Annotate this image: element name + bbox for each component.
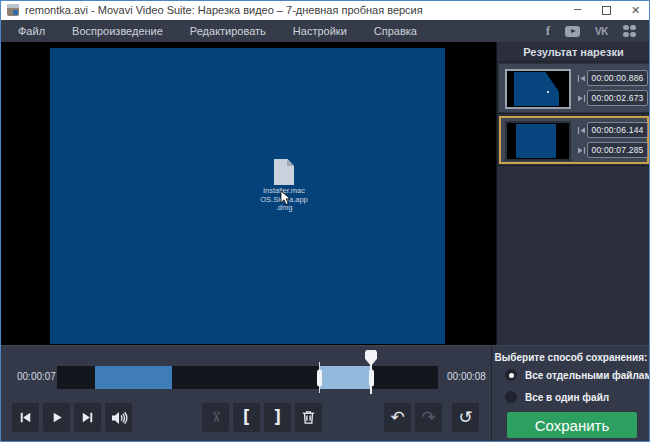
- mouse-cursor-icon: [280, 190, 292, 206]
- reset-button[interactable]: ↺: [452, 403, 479, 432]
- menu-settings[interactable]: Настройки: [293, 25, 347, 37]
- bracket-left-icon: [: [243, 409, 250, 426]
- previous-frame-button[interactable]: [12, 403, 39, 432]
- window-controls: – ✕: [563, 0, 650, 20]
- save-button[interactable]: Сохранить: [507, 412, 637, 438]
- vk-icon[interactable]: VK: [595, 26, 608, 37]
- clip-start-time: 00:00:06.144: [587, 122, 648, 138]
- clip-item-1[interactable]: 00:00:00.886 00:00:02.673: [499, 64, 649, 112]
- movavi-community-icon[interactable]: [623, 25, 636, 38]
- play-button[interactable]: [43, 403, 70, 432]
- clip-thumbnail: [505, 121, 571, 161]
- playhead-line: [370, 365, 372, 394]
- mark-start-button[interactable]: [: [233, 403, 260, 432]
- document-icon: [274, 159, 294, 185]
- timeline-total-time: 00:00:08: [447, 371, 486, 382]
- skip-end-icon: [79, 409, 96, 426]
- save-option-separate-files[interactable]: Все отдельными файлами: [505, 369, 650, 381]
- timeline-segment-1[interactable]: [95, 366, 172, 389]
- maximize-icon: [602, 6, 611, 15]
- results-panel-title: Результат нарезки: [497, 42, 650, 62]
- trash-icon: [300, 409, 317, 426]
- menu-edit[interactable]: Редактировать: [190, 25, 266, 37]
- play-icon: [48, 409, 65, 426]
- undo-button[interactable]: ↶: [384, 403, 411, 432]
- maximize-button[interactable]: [592, 0, 621, 20]
- results-panel: Результат нарезки 00:00:00.886 00:00:02.…: [496, 42, 650, 345]
- radio-icon: [505, 391, 517, 403]
- clip-start-marker-icon: [576, 126, 586, 135]
- save-method-heading: Выберите способ сохранения:: [492, 352, 650, 363]
- redo-button[interactable]: ↷: [415, 403, 442, 432]
- clip-end-time: 00:00:02.673: [587, 90, 648, 106]
- speaker-icon: [110, 409, 128, 427]
- delete-button[interactable]: [295, 403, 322, 432]
- clip-start-marker-icon: [576, 74, 586, 83]
- divider: [497, 165, 650, 166]
- menu-file[interactable]: Файл: [18, 25, 45, 37]
- clip-end-marker-icon: [576, 146, 586, 155]
- bracket-right-icon: ]: [274, 409, 281, 426]
- undo-icon: ↶: [390, 409, 404, 426]
- mark-end-button[interactable]: ]: [264, 403, 291, 432]
- radio-icon: [505, 369, 517, 381]
- volume-button[interactable]: [105, 403, 132, 432]
- scissors-icon: ✂: [208, 411, 223, 424]
- timeline-segment-selected[interactable]: [319, 362, 372, 393]
- cut-button[interactable]: ✂: [202, 403, 229, 432]
- app-window: remontka.avi - Movavi Video Suite: Нарез…: [0, 0, 650, 442]
- redo-icon: ↷: [421, 409, 435, 426]
- save-panel: Выберите способ сохранения: Все отдельны…: [491, 346, 650, 442]
- menubar: Файл Воспроизведение Редактировать Настр…: [0, 20, 650, 42]
- close-button[interactable]: ✕: [621, 0, 650, 20]
- clip-start-time: 00:00:00.886: [587, 70, 648, 86]
- minimize-button[interactable]: –: [563, 0, 592, 20]
- menu-playback[interactable]: Воспроизведение: [72, 25, 163, 37]
- youtube-icon[interactable]: [565, 26, 580, 37]
- clip-end-time: 00:00:07.285: [587, 142, 648, 158]
- clip-item-2[interactable]: 00:00:06.144 00:00:07.285: [499, 116, 649, 164]
- clip-thumbnail: [505, 69, 571, 109]
- video-frame-desktop: Installer.mac OS.Sierra.app .dmg: [50, 48, 445, 344]
- skip-start-icon: [17, 409, 34, 426]
- save-option-single-file[interactable]: Все в один файл: [505, 391, 609, 403]
- timeline-current-time: 00:00:07: [17, 371, 56, 382]
- titlebar: remontka.avi - Movavi Video Suite: Нарез…: [0, 0, 650, 20]
- next-frame-button[interactable]: [74, 403, 101, 432]
- reset-icon: ↺: [458, 409, 472, 426]
- menu-help[interactable]: Справка: [374, 25, 417, 37]
- clip-end-marker-icon: [576, 94, 586, 103]
- video-preview: Installer.mac OS.Sierra.app .dmg: [0, 42, 496, 345]
- timeline-track[interactable]: [57, 366, 438, 389]
- bottom-panel: 00:00:07 00:00:08: [0, 345, 650, 442]
- divider: [497, 113, 650, 114]
- facebook-icon[interactable]: f: [546, 23, 550, 39]
- app-icon: [7, 4, 19, 16]
- trim-handle-left[interactable]: [317, 369, 322, 386]
- window-title: remontka.avi - Movavi Video Suite: Нарез…: [25, 4, 423, 16]
